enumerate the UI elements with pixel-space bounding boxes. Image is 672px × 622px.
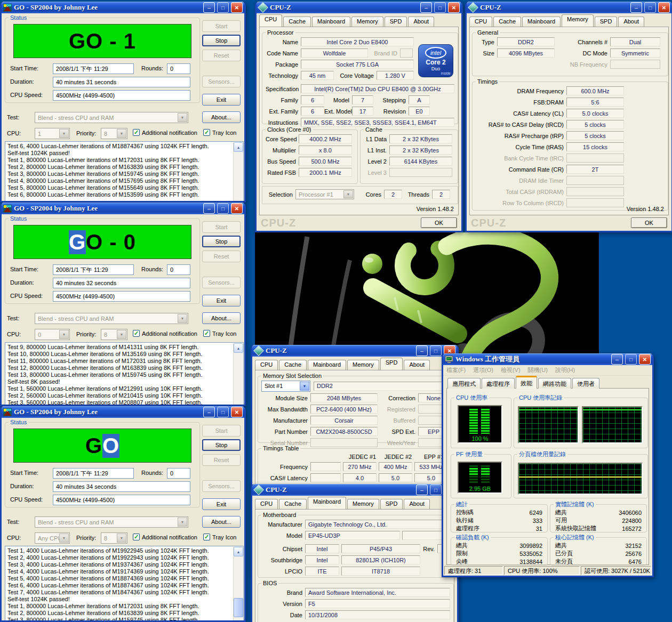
tray-icon-checkbox[interactable]: Tray Icon — [203, 534, 236, 540]
tab-3[interactable]: 網路功能 — [538, 378, 571, 389]
menu-item[interactable]: 說明(H) — [555, 366, 575, 374]
additional-notification-checkbox[interactable]: Additional notification — [133, 129, 197, 136]
scrollbar[interactable] — [233, 547, 243, 620]
menu-item[interactable]: 關機(U) — [528, 366, 548, 374]
minimize-button[interactable] — [203, 203, 215, 214]
tab-about[interactable]: About — [408, 17, 434, 27]
stop-button[interactable]: Stop — [202, 439, 241, 451]
tab-cpu[interactable]: CPU — [255, 499, 278, 509]
priority-select[interactable]: 8 — [101, 128, 127, 139]
menu-item[interactable]: 選項(O) — [473, 366, 493, 374]
sensors-button[interactable]: Sensors... — [202, 277, 241, 288]
tab-spd[interactable]: SPD — [595, 17, 618, 27]
cpu-select[interactable]: 1 — [35, 128, 70, 139]
start-button[interactable]: Start — [202, 425, 241, 437]
reset-button[interactable]: Reset — [202, 454, 241, 466]
exit-button[interactable]: Exit — [202, 94, 241, 106]
exit-button[interactable]: Exit — [202, 295, 241, 306]
sensors-button[interactable]: Sensors... — [202, 480, 241, 492]
titlebar[interactable]: CPU-Z — [252, 484, 457, 496]
priority-select[interactable]: 8 — [101, 532, 127, 544]
cpu-select[interactable]: Any CPU — [35, 532, 70, 544]
titlebar[interactable]: CPU-Z — [252, 345, 457, 357]
maximize-button[interactable] — [644, 2, 656, 13]
titlebar[interactable]: GO - SP2004 by Johnny Lee — [2, 406, 244, 418]
tab-cache[interactable]: Cache — [493, 17, 521, 27]
test-log[interactable]: Test 1, 4000 Lucas-Lehmer iterations of … — [5, 546, 244, 620]
tab-mainboard[interactable]: Mainboard — [312, 17, 350, 27]
titlebar[interactable]: CPU-Z — [257, 2, 461, 13]
scroll-up-icon[interactable] — [234, 547, 243, 556]
cpu-select[interactable]: 0 — [35, 329, 70, 340]
tab-memory[interactable]: Memory — [351, 17, 383, 27]
tab-cpu[interactable]: CPU — [255, 360, 278, 370]
minimize-button[interactable] — [611, 354, 623, 365]
close-button[interactable] — [448, 2, 460, 13]
tab-cache[interactable]: Cache — [283, 17, 311, 27]
minimize-button[interactable] — [203, 2, 215, 13]
tab-spd[interactable]: SPD — [380, 499, 403, 509]
start-button[interactable]: Start — [202, 20, 241, 32]
maximize-button[interactable] — [217, 407, 229, 417]
test-select[interactable]: Blend - stress CPU and RAM — [35, 313, 188, 324]
titlebar[interactable]: GO - SP2004 by Johnny Lee — [2, 2, 244, 13]
tray-icon-checkbox[interactable]: Tray Icon — [203, 129, 236, 136]
about-button[interactable]: About... — [202, 312, 241, 324]
tab-mainboard[interactable]: Mainboard — [308, 497, 346, 509]
processor-select[interactable]: Processor #1 — [295, 189, 354, 199]
ok-button[interactable]: OK — [631, 217, 667, 228]
tab-mainboard[interactable]: Mainboard — [308, 360, 346, 370]
test-select[interactable]: Blend - stress CPU and RAM — [35, 112, 188, 123]
close-button[interactable] — [658, 2, 670, 13]
minimize-button[interactable] — [416, 345, 428, 356]
menu-item[interactable]: 檢視(V) — [501, 366, 521, 374]
additional-notification-checkbox[interactable]: Additional notification — [133, 330, 197, 337]
minimize-button[interactable] — [203, 407, 215, 417]
reset-button[interactable]: Reset — [202, 50, 241, 61]
tab-4[interactable]: 使用者 — [572, 378, 599, 389]
scroll-thumb[interactable] — [234, 598, 243, 617]
titlebar[interactable]: Windows 工作管理員 — [443, 353, 652, 365]
tab-spd[interactable]: SPD — [380, 358, 403, 370]
close-button[interactable] — [231, 203, 243, 214]
tab-cache[interactable]: Cache — [279, 360, 307, 370]
titlebar[interactable]: GO - SP2004 by Johnny Lee — [2, 203, 244, 214]
maximize-button[interactable] — [217, 2, 229, 13]
start-button[interactable]: Start — [202, 221, 241, 233]
maximize-button[interactable] — [430, 345, 442, 356]
tab-memory[interactable]: Memory — [347, 499, 379, 509]
scroll-up-icon[interactable] — [234, 142, 243, 152]
tab-memory[interactable]: Memory — [562, 14, 594, 27]
sensors-button[interactable]: Sensors... — [202, 76, 241, 87]
tab-mainboard[interactable]: Mainboard — [522, 17, 561, 27]
stop-button[interactable]: Stop — [202, 236, 241, 247]
tab-2[interactable]: 效能 — [516, 376, 537, 389]
menu-item[interactable]: 檔案(F) — [446, 366, 466, 374]
tab-0[interactable]: 應用程式 — [447, 378, 481, 389]
test-select[interactable]: Blend - stress CPU and RAM — [35, 516, 188, 528]
tab-about[interactable]: About — [404, 499, 430, 509]
scroll-up-icon[interactable] — [234, 343, 243, 353]
maximize-button[interactable] — [434, 2, 446, 13]
stop-button[interactable]: Stop — [202, 35, 241, 46]
scrollbar[interactable] — [233, 142, 243, 201]
test-log[interactable]: Test 9, 800000 Lucas-Lehmer iterations o… — [5, 342, 244, 405]
test-log[interactable]: Test 6, 4000 Lucas-Lehmer iterations of … — [5, 141, 244, 201]
reset-button[interactable]: Reset — [202, 251, 241, 262]
maximize-button[interactable] — [217, 203, 229, 214]
close-button[interactable] — [231, 407, 243, 417]
additional-notification-checkbox[interactable]: Additional notification — [133, 534, 197, 540]
scrollbar[interactable] — [233, 343, 243, 405]
about-button[interactable]: About... — [202, 111, 241, 123]
tray-icon-checkbox[interactable]: Tray Icon — [203, 330, 236, 337]
maximize-button[interactable] — [625, 354, 637, 365]
tab-spd[interactable]: SPD — [385, 17, 407, 27]
tab-memory[interactable]: Memory — [347, 360, 379, 370]
slot-select[interactable]: Slot #1 — [261, 381, 310, 392]
maximize-button[interactable] — [430, 484, 442, 495]
ok-button[interactable]: OK — [421, 217, 457, 228]
exit-button[interactable]: Exit — [202, 498, 241, 510]
tab-cache[interactable]: Cache — [279, 499, 307, 509]
minimize-button[interactable] — [416, 484, 428, 495]
tab-cpu[interactable]: CPU — [259, 14, 282, 27]
